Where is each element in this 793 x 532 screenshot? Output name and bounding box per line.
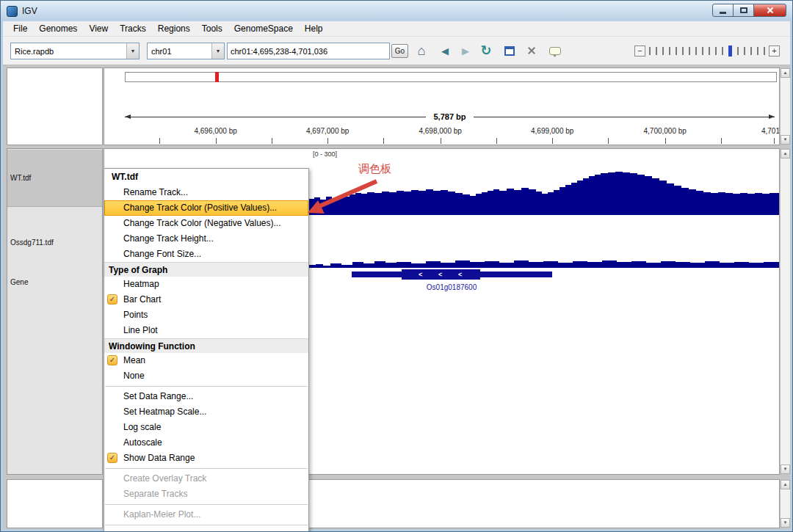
close-button[interactable] [753,4,786,17]
zoom-in-button[interactable]: + [769,45,780,57]
context-menu-title: WT.tdf [104,169,308,185]
menu-item-show-data-range[interactable]: ✓Show Data Range [104,451,308,466]
menu-item-remove-track[interactable]: Remove Track [104,528,308,532]
fit-to-window-icon[interactable] [523,42,540,59]
menu-item-label: Bar Chart [123,294,161,305]
menu-item-label: Kaplan-Meier Plot... [123,509,200,520]
app-icon [7,6,18,17]
menu-genomes[interactable]: Genomes [33,22,83,35]
ruler-tick [665,138,666,144]
ruler-data-panel[interactable]: 5,787 bp 4,696,000 bp4,697,000 bp4,698,0… [104,68,780,145]
bottom-scrollbar[interactable]: ▲ ▼ [780,479,791,528]
zoom-tick[interactable] [682,47,684,55]
menu-separator [105,468,308,469]
menu-section-windowing-function: Windowing Function [104,338,308,353]
menu-view[interactable]: View [83,22,114,35]
menu-help[interactable]: Help [299,22,329,35]
scroll-up-icon[interactable]: ▲ [781,149,790,158]
track-name-wt[interactable]: WT.tdf [7,150,102,207]
track-scrollbar[interactable]: ▲ ▼ [780,148,791,475]
menu-item-change-track-color-positive-values[interactable]: Change Track Color (Positive Values)... [104,200,308,216]
maximize-button[interactable] [733,4,754,17]
title-bar[interactable]: IGV [1,1,792,21]
ruler-name-panel [7,68,103,145]
span-label: 5,787 bp [426,112,473,121]
gene-name-label: Os01g0187600 [389,283,514,291]
zoom-slider-thumb[interactable] [728,45,732,57]
menu-genomespace[interactable]: GenomeSpace [228,22,299,35]
zoom-tick[interactable] [709,47,710,55]
minimize-button[interactable] [712,4,734,17]
zoom-tick[interactable] [722,47,723,55]
zoom-tick[interactable] [676,47,677,55]
track-name-gene[interactable]: Gene [7,274,102,288]
menu-separator [105,504,308,505]
menu-item-change-track-height[interactable]: Change Track Height... [104,231,308,247]
scroll-down-icon[interactable]: ▼ [781,464,790,474]
track-name-ossdg711[interactable]: Ossdg711.tdf [7,235,102,248]
region-tool-icon[interactable] [501,42,518,59]
zoom-tick[interactable] [695,47,697,55]
ruler-tick-label: 4,697,000 bp [306,127,349,135]
chevron-down-icon[interactable]: ▼ [126,43,139,59]
zoom-out-button[interactable]: − [634,45,645,57]
chromosome-selector[interactable]: chr01 ▼ [147,43,225,59]
ruler-tick [552,138,553,144]
tooltip-bubble-icon[interactable] [546,42,564,59]
menu-regions[interactable]: Regions [152,22,196,35]
menu-item-set-heatmap-scale[interactable]: Set Heatmap Scale... [104,404,308,420]
strand-arrow-icon: < [438,270,442,280]
genome-selector[interactable]: Rice.rapdb ▼ [10,43,140,59]
menu-item-none[interactable]: None [104,368,308,384]
zoom-ticks[interactable] [645,45,769,57]
locus-input[interactable] [227,43,390,59]
zoom-tick[interactable] [649,47,651,55]
bubble-shape [549,47,561,55]
menu-item-autoscale[interactable]: Autoscale [104,435,308,451]
zoom-tick[interactable] [750,47,752,55]
chevron-down-icon[interactable]: ▼ [211,43,224,59]
refresh-icon[interactable]: ↻ [477,42,495,59]
menu-item-log-scale[interactable]: Log scale [104,420,308,435]
ruler-scrollbar[interactable]: ▲ ▼ [780,68,791,145]
zoom-tick[interactable] [715,47,717,55]
menu-item-rename-track[interactable]: Rename Track... [104,185,308,200]
menu-item-set-data-range[interactable]: Set Data Range... [104,389,308,404]
ruler-tick [721,138,722,144]
context-menu: WT.tdf Rename Track...Change Track Color… [104,168,309,532]
zoom-tick[interactable] [737,47,739,55]
zoom-tick[interactable] [757,47,758,55]
menu-tracks[interactable]: Tracks [114,22,152,35]
chromosome-selector-value: chr01 [148,47,211,56]
scroll-up-icon[interactable]: ▲ [781,480,790,489]
menu-item-points[interactable]: Points [104,307,308,323]
menu-item-mean[interactable]: ✓Mean [104,353,308,368]
scroll-up-icon[interactable]: ▲ [781,68,790,78]
zoom-tick[interactable] [702,47,703,55]
forward-icon[interactable]: ▶ [457,42,474,59]
menu-file[interactable]: File [7,22,33,35]
zoom-tick[interactable] [656,47,657,55]
chromosome-ideogram[interactable] [125,72,777,82]
scroll-down-icon[interactable]: ▼ [781,518,790,528]
zoom-tick[interactable] [669,47,670,55]
menu-item-bar-chart[interactable]: ✓Bar Chart [104,292,308,307]
zoom-tick[interactable] [689,47,690,55]
home-icon[interactable]: ⌂ [413,42,430,59]
scroll-down-icon[interactable]: ▼ [781,135,790,145]
menu-item-change-track-color-negative-values[interactable]: Change Track Color (Negative Values)... [104,216,308,231]
menu-item-heatmap[interactable]: Heatmap [104,277,308,292]
menu-item-change-font-size[interactable]: Change Font Size... [104,247,308,262]
zoom-tick[interactable] [662,47,664,55]
back-icon[interactable]: ◀ [436,42,454,59]
menu-item-label: Log scale [123,422,161,432]
toolbar: Rice.rapdb ▼ chr01 ▼ Go ⌂ ◀ ▶ ↻ − + [3,37,790,65]
zoom-tick[interactable] [764,47,765,55]
menu-item-label: Separate Tracks [123,489,187,499]
zoom-tick[interactable] [744,47,745,55]
menu-item-line-plot[interactable]: Line Plot [104,323,308,338]
menu-tools[interactable]: Tools [196,22,228,35]
menu-item-label: Change Track Color (Negative Values)... [123,218,281,228]
go-button[interactable]: Go [391,44,408,58]
ossdg711-coverage-histogram [308,258,779,268]
